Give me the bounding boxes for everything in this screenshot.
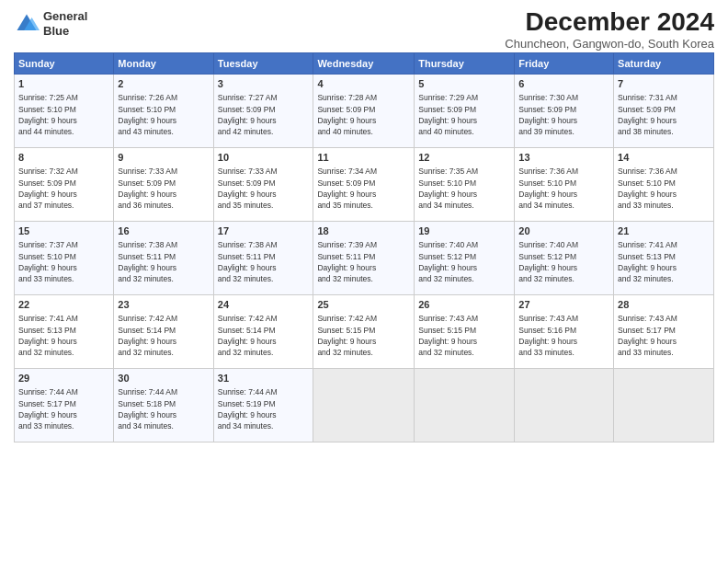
calendar-cell: 30Sunrise: 7:44 AM Sunset: 5:18 PM Dayli… xyxy=(114,369,213,442)
calendar-cell: 17Sunrise: 7:38 AM Sunset: 5:11 PM Dayli… xyxy=(213,222,313,295)
day-number: 28 xyxy=(618,298,710,312)
calendar-cell: 4Sunrise: 7:28 AM Sunset: 5:09 PM Daylig… xyxy=(313,75,415,148)
calendar-cell: 20Sunrise: 7:40 AM Sunset: 5:12 PM Dayli… xyxy=(515,222,614,295)
day-number: 14 xyxy=(618,151,710,165)
day-number: 20 xyxy=(518,224,609,238)
calendar-cell: 10Sunrise: 7:33 AM Sunset: 5:09 PM Dayli… xyxy=(213,148,313,222)
col-header-sunday: Sunday xyxy=(15,53,114,75)
day-number: 3 xyxy=(218,77,310,91)
day-info: Sunrise: 7:28 AM Sunset: 5:09 PM Dayligh… xyxy=(317,92,410,137)
day-info: Sunrise: 7:25 AM Sunset: 5:10 PM Dayligh… xyxy=(18,92,109,137)
day-info: Sunrise: 7:40 AM Sunset: 5:12 PM Dayligh… xyxy=(418,239,510,284)
day-number: 19 xyxy=(418,224,510,238)
day-number: 24 xyxy=(218,298,310,312)
calendar-cell: 8Sunrise: 7:32 AM Sunset: 5:09 PM Daylig… xyxy=(15,148,114,222)
day-info: Sunrise: 7:42 AM Sunset: 5:14 PM Dayligh… xyxy=(118,313,209,358)
col-header-thursday: Thursday xyxy=(415,53,515,75)
calendar-cell: 22Sunrise: 7:41 AM Sunset: 5:13 PM Dayli… xyxy=(15,295,114,369)
logo-text: General Blue xyxy=(43,9,87,38)
calendar-cell: 9Sunrise: 7:33 AM Sunset: 5:09 PM Daylig… xyxy=(114,148,213,222)
day-info: Sunrise: 7:36 AM Sunset: 5:10 PM Dayligh… xyxy=(618,166,710,211)
calendar-cell xyxy=(614,369,714,442)
calendar-cell: 1Sunrise: 7:25 AM Sunset: 5:10 PM Daylig… xyxy=(15,75,114,148)
header: General Blue December 2024 Chuncheon, Ga… xyxy=(14,9,714,51)
day-info: Sunrise: 7:41 AM Sunset: 5:13 PM Dayligh… xyxy=(18,313,109,358)
col-header-friday: Friday xyxy=(515,53,614,75)
day-number: 25 xyxy=(317,298,410,312)
day-number: 2 xyxy=(118,77,209,91)
calendar-cell: 23Sunrise: 7:42 AM Sunset: 5:14 PM Dayli… xyxy=(114,295,213,369)
day-number: 21 xyxy=(618,224,710,238)
title-block: December 2024 Chuncheon, Gangwon-do, Sou… xyxy=(505,9,714,51)
col-header-tuesday: Tuesday xyxy=(213,53,313,75)
day-number: 29 xyxy=(18,372,109,385)
calendar-cell: 12Sunrise: 7:35 AM Sunset: 5:10 PM Dayli… xyxy=(415,148,515,222)
calendar-cell xyxy=(515,369,614,442)
day-info: Sunrise: 7:40 AM Sunset: 5:12 PM Dayligh… xyxy=(518,239,609,284)
calendar-cell xyxy=(415,369,515,442)
calendar-table: SundayMondayTuesdayWednesdayThursdayFrid… xyxy=(14,52,714,442)
day-number: 31 xyxy=(218,372,310,385)
day-info: Sunrise: 7:31 AM Sunset: 5:09 PM Dayligh… xyxy=(618,92,710,137)
calendar-cell: 24Sunrise: 7:42 AM Sunset: 5:14 PM Dayli… xyxy=(213,295,313,369)
day-number: 4 xyxy=(317,77,410,91)
day-info: Sunrise: 7:27 AM Sunset: 5:09 PM Dayligh… xyxy=(218,92,310,137)
day-info: Sunrise: 7:43 AM Sunset: 5:17 PM Dayligh… xyxy=(618,313,710,358)
day-info: Sunrise: 7:43 AM Sunset: 5:15 PM Dayligh… xyxy=(418,313,510,358)
logo: General Blue xyxy=(14,9,87,38)
day-number: 22 xyxy=(18,298,109,312)
calendar-cell: 6Sunrise: 7:30 AM Sunset: 5:09 PM Daylig… xyxy=(515,75,614,148)
location-subtitle: Chuncheon, Gangwon-do, South Korea xyxy=(505,37,714,51)
calendar-cell: 2Sunrise: 7:26 AM Sunset: 5:10 PM Daylig… xyxy=(114,75,213,148)
calendar-cell: 27Sunrise: 7:43 AM Sunset: 5:16 PM Dayli… xyxy=(515,295,614,369)
day-info: Sunrise: 7:35 AM Sunset: 5:10 PM Dayligh… xyxy=(418,166,510,211)
calendar-cell: 28Sunrise: 7:43 AM Sunset: 5:17 PM Dayli… xyxy=(614,295,714,369)
day-number: 9 xyxy=(118,151,209,165)
day-number: 18 xyxy=(317,224,410,238)
day-info: Sunrise: 7:30 AM Sunset: 5:09 PM Dayligh… xyxy=(518,92,609,137)
day-info: Sunrise: 7:32 AM Sunset: 5:09 PM Dayligh… xyxy=(18,166,109,211)
col-header-wednesday: Wednesday xyxy=(313,53,415,75)
calendar-cell: 7Sunrise: 7:31 AM Sunset: 5:09 PM Daylig… xyxy=(614,75,714,148)
day-info: Sunrise: 7:39 AM Sunset: 5:11 PM Dayligh… xyxy=(317,239,410,284)
calendar-cell: 29Sunrise: 7:44 AM Sunset: 5:17 PM Dayli… xyxy=(15,369,114,442)
col-header-monday: Monday xyxy=(114,53,213,75)
calendar-cell: 26Sunrise: 7:43 AM Sunset: 5:15 PM Dayli… xyxy=(415,295,515,369)
day-number: 27 xyxy=(518,298,609,312)
day-info: Sunrise: 7:42 AM Sunset: 5:14 PM Dayligh… xyxy=(218,313,310,358)
page-container: General Blue December 2024 Chuncheon, Ga… xyxy=(0,0,728,452)
day-number: 30 xyxy=(118,372,209,385)
day-number: 16 xyxy=(118,224,209,238)
day-info: Sunrise: 7:26 AM Sunset: 5:10 PM Dayligh… xyxy=(118,92,209,137)
calendar-cell xyxy=(313,369,415,442)
day-number: 26 xyxy=(418,298,510,312)
day-info: Sunrise: 7:42 AM Sunset: 5:15 PM Dayligh… xyxy=(317,313,410,358)
day-number: 23 xyxy=(118,298,209,312)
day-info: Sunrise: 7:44 AM Sunset: 5:17 PM Dayligh… xyxy=(18,386,109,431)
day-info: Sunrise: 7:37 AM Sunset: 5:10 PM Dayligh… xyxy=(18,239,109,284)
calendar-cell: 11Sunrise: 7:34 AM Sunset: 5:09 PM Dayli… xyxy=(313,148,415,222)
day-info: Sunrise: 7:36 AM Sunset: 5:10 PM Dayligh… xyxy=(518,166,609,211)
calendar-cell: 25Sunrise: 7:42 AM Sunset: 5:15 PM Dayli… xyxy=(313,295,415,369)
calendar-cell: 21Sunrise: 7:41 AM Sunset: 5:13 PM Dayli… xyxy=(614,222,714,295)
col-header-saturday: Saturday xyxy=(614,53,714,75)
day-number: 12 xyxy=(418,151,510,165)
day-info: Sunrise: 7:44 AM Sunset: 5:19 PM Dayligh… xyxy=(218,386,310,431)
calendar-cell: 18Sunrise: 7:39 AM Sunset: 5:11 PM Dayli… xyxy=(313,222,415,295)
calendar-cell: 13Sunrise: 7:36 AM Sunset: 5:10 PM Dayli… xyxy=(515,148,614,222)
day-number: 1 xyxy=(18,77,109,91)
day-number: 15 xyxy=(18,224,109,238)
day-info: Sunrise: 7:38 AM Sunset: 5:11 PM Dayligh… xyxy=(218,239,310,284)
day-number: 11 xyxy=(317,151,410,165)
logo-icon xyxy=(14,11,40,37)
day-number: 6 xyxy=(518,77,609,91)
calendar-cell: 5Sunrise: 7:29 AM Sunset: 5:09 PM Daylig… xyxy=(415,75,515,148)
day-number: 5 xyxy=(418,77,510,91)
day-number: 17 xyxy=(218,224,310,238)
calendar-cell: 15Sunrise: 7:37 AM Sunset: 5:10 PM Dayli… xyxy=(15,222,114,295)
day-info: Sunrise: 7:33 AM Sunset: 5:09 PM Dayligh… xyxy=(218,166,310,211)
calendar-cell: 19Sunrise: 7:40 AM Sunset: 5:12 PM Dayli… xyxy=(415,222,515,295)
day-info: Sunrise: 7:29 AM Sunset: 5:09 PM Dayligh… xyxy=(418,92,510,137)
day-info: Sunrise: 7:33 AM Sunset: 5:09 PM Dayligh… xyxy=(118,166,209,211)
day-number: 10 xyxy=(218,151,310,165)
